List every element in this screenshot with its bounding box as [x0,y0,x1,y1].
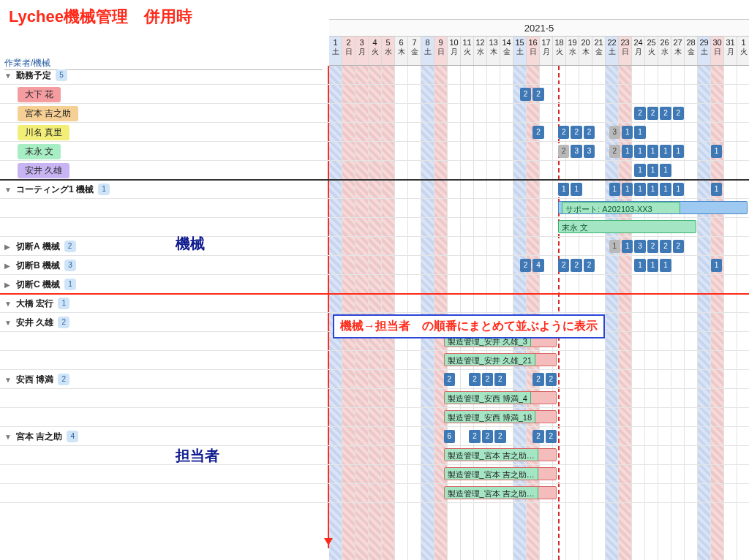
workload-cell[interactable]: 1 [673,183,684,196]
group-cutC[interactable]: ▶切断C 機械1 [0,275,749,294]
workload-cell[interactable]: 1 [622,240,633,253]
workload-cell[interactable]: 2 [571,126,581,139]
workload-cell[interactable]: 1 [660,183,671,196]
workload-cell[interactable]: 1 [660,164,671,177]
month-header: 2021-5 [329,19,749,37]
chevron-down-icon[interactable]: ▼ [4,186,13,194]
tag-p5[interactable]: 安井 久雄 [18,163,69,178]
chevron-right-icon[interactable]: ▶ [4,243,13,251]
workload-cell[interactable]: 2 [660,240,671,253]
workload-cell[interactable]: 2 [546,430,557,443]
day-header: 6木 [395,37,408,65]
workload-cell[interactable]: 1 [609,183,620,196]
workload-cell[interactable]: 1 [609,240,620,253]
workload-cell[interactable]: 3 [571,145,581,158]
workload-cell[interactable]: 2 [532,373,543,386]
chevron-down-icon[interactable]: ▼ [4,376,13,384]
workload-cell[interactable]: 2 [673,240,684,253]
day-header: 29土 [698,37,711,65]
chevron-down-icon[interactable]: ▼ [4,433,13,441]
group-cutA[interactable]: ▶切断A 機械2113222 [0,237,749,256]
task-bar[interactable]: サポート: A202103-XX3 [558,201,748,214]
chevron-right-icon[interactable]: ▶ [4,281,13,289]
task-bar[interactable]: 製造管理_宮本 吉之助… [444,486,557,499]
workload-cell[interactable]: 1 [634,126,645,139]
annotation-box: 機械→担当者 の順番にまとめて並ぶように表示 [333,314,605,338]
chevron-down-icon[interactable]: ▼ [4,319,13,327]
workload-cell[interactable]: 2 [482,430,493,443]
task-bar[interactable]: 製造管理_宮本 吉之助… [444,448,557,461]
workload-cell[interactable]: 3 [584,145,595,158]
workload-cell[interactable]: 2 [444,373,455,386]
workload-cell[interactable]: 3 [634,240,645,253]
workload-cell[interactable]: 2 [469,430,480,443]
section-machine: 機械 [176,234,205,254]
group-cutB[interactable]: ▶切断B 機械3242221111 [0,256,749,275]
workload-cell[interactable]: 1 [634,259,645,272]
tag-p3[interactable]: 川名 真里 [18,125,69,140]
workload-cell[interactable]: 1 [558,183,569,196]
workload-cell[interactable]: 2 [469,373,480,386]
workload-cell[interactable]: 1 [673,145,684,158]
workload-cell[interactable]: 2 [546,373,557,386]
workload-cell[interactable]: 1 [634,164,645,177]
workload-cell[interactable]: 2 [520,88,531,101]
group-miya[interactable]: ▼宮本 吉之助4622222 [0,427,749,446]
task-bar[interactable]: 製造管理_安西 博満_18 [444,410,557,423]
workload-cell[interactable]: 2 [660,107,671,120]
workload-cell[interactable]: 2 [520,259,531,272]
workload-cell[interactable]: 2 [532,430,543,443]
workload-cell[interactable]: 2 [584,259,595,272]
workload-cell[interactable]: 2 [558,145,569,158]
workload-cell[interactable]: 1 [711,145,722,158]
workload-cell[interactable]: 1 [647,145,658,158]
workload-cell[interactable]: 2 [609,145,620,158]
workload-cell[interactable]: 1 [622,183,633,196]
tag-p4[interactable]: 末永 文 [18,144,61,159]
chevron-right-icon[interactable]: ▶ [4,262,13,270]
workload-cell[interactable]: 2 [571,259,581,272]
task-bar[interactable]: 末永 文 [558,220,696,233]
workload-cell[interactable]: 1 [711,183,722,196]
workload-cell[interactable]: 3 [609,126,620,139]
workload-cell[interactable]: 2 [558,126,569,139]
workload-cell[interactable]: 2 [532,88,543,101]
workload-cell[interactable]: 1 [622,145,633,158]
workload-cell[interactable]: 2 [558,259,569,272]
workload-cell[interactable]: 1 [660,145,671,158]
workload-cell[interactable]: 2 [647,107,658,120]
task-bar[interactable]: 製造管理_宮本 吉之助… [444,467,557,480]
workload-cell[interactable]: 2 [673,107,684,120]
workload-cell[interactable]: 1 [647,259,658,272]
group-kinmu[interactable]: ▼勤務予定5 [0,66,749,85]
workload-cell[interactable]: 2 [494,430,505,443]
workload-cell[interactable]: 6 [444,430,455,443]
workload-cell[interactable]: 4 [532,259,543,272]
section-person: 担当者 [176,446,219,466]
workload-cell[interactable]: 2 [482,373,493,386]
workload-cell[interactable]: 1 [647,164,658,177]
workload-cell[interactable]: 2 [532,126,543,139]
workload-cell[interactable]: 1 [622,126,633,139]
group-anzai[interactable]: ▼安西 博満2222222 [0,370,749,389]
tag-p2[interactable]: 宮本 吉之助 [18,106,78,121]
chevron-down-icon[interactable]: ▼ [4,72,13,80]
workload-cell[interactable]: 1 [711,259,722,272]
workload-cell[interactable]: 1 [647,183,658,196]
group-coating[interactable]: ▼コーティング1 機械1111111111 [0,180,749,199]
task-bar[interactable]: 製造管理_安西 博満_4 [444,391,557,404]
workload-cell[interactable]: 2 [494,373,505,386]
workload-cell[interactable]: 1 [634,145,645,158]
group-ohashi[interactable]: ▼大橋 宏行1 [0,294,749,313]
workload-cell[interactable]: 2 [584,126,595,139]
chevron-down-icon[interactable]: ▼ [4,300,13,308]
workload-cell[interactable]: 2 [647,240,658,253]
workload-cell[interactable]: 1 [571,183,581,196]
day-header: 31月 [724,37,737,65]
tag-p1[interactable]: 大下 花 [18,87,61,102]
workload-cell[interactable]: 2 [634,107,645,120]
workload-cell[interactable]: 1 [634,183,645,196]
page-title: Lychee機械管理 併用時 [9,6,192,28]
workload-cell[interactable]: 1 [660,259,671,272]
task-bar[interactable]: 製造管理_安井 久雄_21 [444,353,557,366]
